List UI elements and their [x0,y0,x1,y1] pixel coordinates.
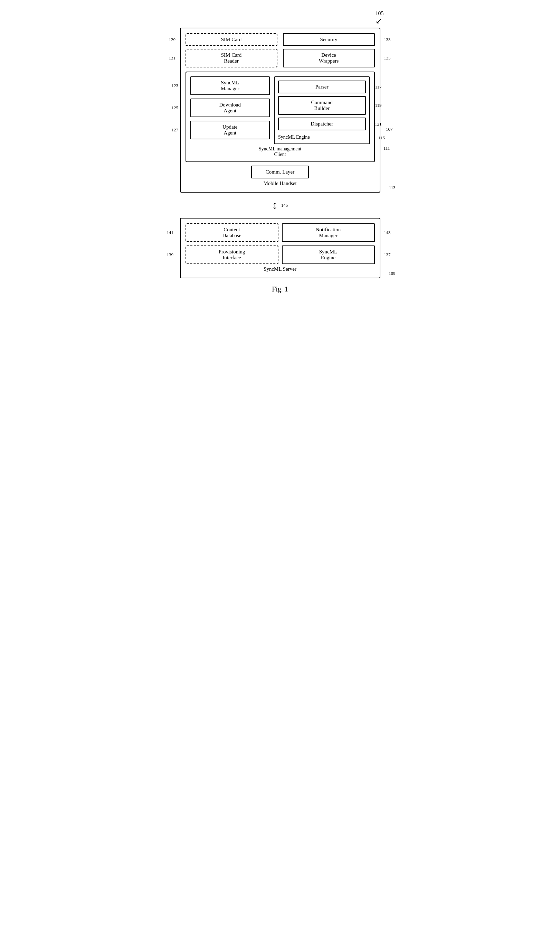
command-builder-label: CommandBuilder [311,99,333,111]
sim-card-reader-box: SIM CardReader [186,49,277,67]
syncml-engine-client-box: 115 Parser 117 CommandBuilder 119 [274,76,370,144]
figure-label: Fig. 1 [180,285,380,293]
update-agent-label: UpdateAgent [222,124,237,136]
arrow-wrapper: ↕ 145 [272,199,288,212]
download-agent-box: DownloadAgent [190,99,270,117]
syncml-server-label: SyncML Server [186,266,375,272]
server-inner: 141 ContentDatabase NotificationManager … [186,223,375,264]
ref-131: 131 [169,55,176,61]
notification-manager-label: NotificationManager [316,227,341,238]
ref-145: 145 [281,203,288,208]
content-database-label: ContentDatabase [222,227,242,238]
ref-117: 117 [375,84,381,90]
syncml-engine-server-wrapper: SyncMLEngine 137 [282,246,375,264]
sim-card-reader-label: SIM CardReader [221,52,242,64]
sim-card-wrapper: 129 SIM Card [186,33,277,46]
content-database-box: ContentDatabase [186,223,278,242]
parser-wrapper: Parser 117 [278,81,366,93]
ref-129: 129 [169,37,176,43]
ref-123: 123 [172,83,179,89]
mobile-handset-text: Mobile Handset [263,180,297,186]
parser-box: Parser [278,81,366,93]
ref-119: 119 [375,103,381,108]
sim-card-label: SIM Card [221,37,242,42]
dispatcher-box: Dispatcher [278,118,366,130]
download-agent-label: DownloadAgent [219,102,241,113]
syncml-server-box: 109 141 ContentDatabase NotificationMana… [180,218,380,278]
ref-143: 143 [384,230,391,235]
command-builder-wrapper: CommandBuilder 119 [278,96,366,115]
provisioning-interface-box: ProvisioningInterface [186,246,278,264]
device-wrappers-label: DeviceWrappers [319,52,339,64]
mgmt-inner: 123 SyncMLManager 125 DownloadAgent [190,76,370,144]
sim-card-box: SIM Card [186,33,277,46]
provisioning-interface-label: ProvisioningInterface [219,249,245,260]
top-right: Security 133 DeviceWrappers 135 [283,33,375,67]
security-label: Security [320,37,338,42]
syncml-manager-label: SyncMLManager [221,80,239,91]
dispatcher-label: Dispatcher [310,121,333,127]
comm-layer-container: Comm. Layer [186,166,375,179]
dispatcher-wrapper: Dispatcher 121 [278,118,366,130]
ref-111: 111 [383,145,390,151]
device-wrappers-wrapper: DeviceWrappers 135 [283,49,375,67]
ref-141: 141 [167,230,174,235]
mgmt-left: 123 SyncMLManager 125 DownloadAgent [190,76,270,144]
top-left: 129 SIM Card 131 SIM CardReader [186,33,277,67]
comm-layer-box: Comm. Layer [251,166,309,179]
syncml-engine-server-box: SyncMLEngine [282,246,375,264]
sim-card-reader-wrapper: 131 SIM CardReader [186,49,277,67]
ref-121: 121 [375,121,382,127]
comm-layer-label: Comm. Layer [266,169,294,175]
parser-label: Parser [315,84,329,90]
figure-ref-105: 105 ↙ [376,11,384,26]
provisioning-interface-wrapper: 139 ProvisioningInterface [186,246,278,264]
ref-133: 133 [384,37,391,43]
mobile-handset-label: Mobile Handset [186,180,375,186]
notification-manager-wrapper: NotificationManager 143 [282,223,375,242]
mgmt-client-box: 111 123 SyncMLManager 125 [186,72,375,162]
syncml-manager-wrapper: 123 SyncMLManager [190,76,270,95]
ref-113: 113 [389,185,395,191]
ref-115: 115 [378,135,385,141]
ref-139: 139 [167,252,174,258]
syncml-engine-server-label: SyncMLEngine [319,249,338,260]
download-agent-wrapper: 125 DownloadAgent [190,99,270,117]
notification-manager-box: NotificationManager [282,223,375,242]
ref-105-number: 105 [376,11,384,16]
ref-137: 137 [384,252,391,258]
ref-135: 135 [384,55,391,61]
device-wrappers-box: DeviceWrappers [283,49,375,67]
update-agent-box: UpdateAgent [190,121,270,139]
ref-107: 107 [386,127,393,132]
ref-127: 127 [172,127,179,133]
syncml-engine-client-label: SyncML Engine [278,134,366,140]
content-database-wrapper: 141 ContentDatabase [186,223,278,242]
mgmt-client-label-text: SyncML managementClient [259,146,301,157]
page: 105 ↙ 107 129 SIM Card 131 S [173,7,387,300]
security-box: Security [283,33,375,46]
ref-125: 125 [172,105,179,111]
ref-105-arrow: ↙ [376,17,384,26]
update-agent-wrapper: 127 UpdateAgent [190,121,270,139]
command-builder-box: CommandBuilder [278,96,366,115]
ref-109: 109 [389,271,396,276]
syncml-manager-box: SyncMLManager [190,76,270,95]
double-arrow-icon: ↕ [272,199,278,212]
mgmt-client-label: SyncML managementClient [190,146,370,157]
mobile-handset-box: 107 129 SIM Card 131 SIM CardReader [180,27,380,192]
top-section: 129 SIM Card 131 SIM CardReader [186,33,375,67]
arrow-container: ↕ 145 [180,199,380,212]
security-wrapper: Security 133 [283,33,375,46]
